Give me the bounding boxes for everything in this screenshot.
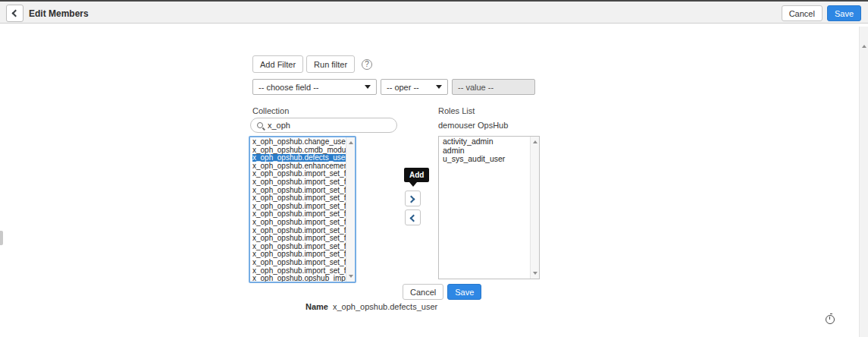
list-item-label: u_sys_audit_user bbox=[443, 155, 505, 163]
list-item[interactable]: x_oph_opshub.import_set_for_p bbox=[252, 227, 346, 235]
clock-icon[interactable] bbox=[826, 315, 835, 324]
value-input[interactable]: -- value -- bbox=[452, 79, 535, 95]
list-item-label: x_oph_opshub.import_set_for_fr bbox=[252, 203, 346, 210]
list-item[interactable]: x_oph_opshub.cmdb_module_us bbox=[252, 146, 346, 155]
back-button[interactable] bbox=[6, 5, 24, 22]
list-item-label: x_oph_opshub.import_set_for_s bbox=[252, 250, 346, 258]
list-item[interactable]: admin bbox=[441, 146, 530, 156]
list-item[interactable]: x_oph_opshub.change_user bbox=[252, 138, 346, 146]
help-circle-icon[interactable]: ? bbox=[362, 59, 372, 70]
list-item-label: x_oph_opshub.import_set_for_p bbox=[252, 219, 346, 226]
list-item-label: x_oph_opshub.defects_user bbox=[252, 154, 346, 162]
search-icon bbox=[257, 122, 263, 128]
scroll-down-icon[interactable] bbox=[533, 272, 537, 275]
scroll-up-icon[interactable] bbox=[349, 141, 353, 144]
list-item[interactable]: x_oph_opshub.import_set_for_fr bbox=[252, 203, 346, 211]
list-item[interactable]: x_oph_opshub.import_set_for_cr bbox=[252, 170, 346, 178]
scroll-up-icon[interactable] bbox=[533, 140, 537, 143]
page-title: Edit Members bbox=[29, 8, 89, 19]
name-row: Namex_oph_opshub.defects_user bbox=[306, 302, 437, 311]
collection-search-input[interactable]: x_oph bbox=[250, 118, 397, 133]
caret-down-icon bbox=[436, 85, 442, 89]
roles-listbox[interactable]: activity_admin admin u_sys_audit_user bbox=[438, 136, 540, 279]
collection-list-scrollbar[interactable] bbox=[346, 137, 355, 282]
list-item-label: x_oph_opshub.import_set_for_e bbox=[252, 194, 346, 202]
header-cancel-button[interactable]: Cancel bbox=[782, 5, 823, 21]
field-select-value: -- choose field -- bbox=[259, 83, 318, 92]
footer-save-button[interactable]: Save bbox=[447, 284, 481, 300]
roles-subtitle: demouser OpsHub bbox=[438, 121, 508, 130]
list-item[interactable]: x_oph_opshub.import_set_for_de bbox=[252, 178, 346, 187]
collection-search-value: x_oph bbox=[268, 121, 290, 130]
list-item[interactable]: x_oph_opshub.import_set_for_p bbox=[252, 235, 346, 243]
list-item-label: x_oph_opshub.import_set_for_p bbox=[252, 235, 346, 242]
value-input-text: -- value -- bbox=[458, 83, 494, 92]
list-item[interactable]: x_oph_opshub.import_set_for_p bbox=[252, 210, 346, 219]
collection-listbox[interactable]: x_oph_opshub.change_user x_oph_opshub.cm… bbox=[249, 136, 356, 283]
roles-list-rows: activity_admin admin u_sys_audit_user bbox=[439, 137, 530, 279]
name-value: x_oph_opshub.defects_user bbox=[333, 302, 437, 311]
list-item-label: x_oph_opshub.cmdb_module_us bbox=[252, 146, 346, 154]
list-item[interactable]: u_sys_audit_user bbox=[441, 155, 530, 164]
list-item-label: activity_admin bbox=[443, 137, 494, 146]
filter-toolbar: Add Filter Run filter ? bbox=[252, 55, 372, 73]
caret-down-icon bbox=[365, 85, 371, 89]
list-item-label: x_oph_opshub.import_set_for_de bbox=[252, 178, 346, 186]
list-item-label: x_oph_opshub.import_set_for_e bbox=[252, 187, 346, 194]
field-select[interactable]: -- choose field -- bbox=[252, 79, 377, 95]
scroll-up-icon[interactable] bbox=[862, 45, 866, 48]
page-scrollbar[interactable] bbox=[859, 27, 868, 337]
list-item[interactable]: x_oph_opshub.import_set_for_e bbox=[252, 187, 346, 195]
list-item[interactable]: x_oph_opshub.import_set_for_e bbox=[252, 194, 346, 203]
add-role-button[interactable] bbox=[405, 191, 421, 206]
add-tooltip: Add bbox=[404, 168, 429, 182]
list-item-label: x_oph_opshub.opshub_import_s bbox=[252, 275, 346, 282]
list-item-label: x_oph_opshub.enhancements_u bbox=[252, 162, 346, 170]
list-item[interactable]: x_oph_opshub.import_set_for_s bbox=[252, 250, 346, 259]
list-item[interactable]: x_oph_opshub.import_set_for_te bbox=[252, 267, 346, 276]
collection-list-rows: x_oph_opshub.change_user x_oph_opshub.cm… bbox=[250, 138, 346, 282]
filter-condition-row: -- choose field -- -- oper -- -- value -… bbox=[252, 79, 535, 95]
list-item[interactable]: x_oph_opshub.import_set_for_p bbox=[252, 243, 346, 251]
roles-list-label: Roles List bbox=[438, 106, 475, 115]
scroll-down-icon[interactable] bbox=[349, 275, 353, 278]
header-actions: Cancel Save bbox=[782, 5, 861, 21]
chevron-right-icon bbox=[408, 196, 415, 203]
operator-select[interactable]: -- oper -- bbox=[381, 79, 448, 95]
operator-select-value: -- oper -- bbox=[387, 83, 419, 92]
list-item[interactable]: x_oph_opshub.import_set_for_p bbox=[252, 219, 346, 227]
list-item-label: admin bbox=[443, 146, 465, 155]
chevron-left-icon bbox=[410, 215, 418, 222]
run-filter-button[interactable]: Run filter bbox=[306, 55, 355, 73]
chevron-left-icon bbox=[12, 10, 20, 17]
list-item-label: x_oph_opshub.import_set_for_st bbox=[252, 259, 346, 266]
list-item-label: x_oph_opshub.change_user bbox=[252, 138, 346, 146]
list-item[interactable]: x_oph_opshub.enhancements_u bbox=[252, 162, 346, 171]
list-item[interactable]: activity_admin bbox=[441, 137, 530, 146]
header-save-button[interactable]: Save bbox=[827, 5, 861, 21]
list-item-label: x_oph_opshub.import_set_for_te bbox=[252, 267, 346, 275]
list-item-label: x_oph_opshub.import_set_for_cr bbox=[252, 170, 346, 178]
list-item[interactable]: x_oph_opshub.opshub_import_s bbox=[252, 275, 346, 282]
name-label: Name bbox=[306, 302, 328, 311]
roles-list-scrollbar[interactable] bbox=[530, 137, 539, 279]
add-filter-button[interactable]: Add Filter bbox=[252, 55, 303, 73]
list-item-label: x_oph_opshub.import_set_for_p bbox=[252, 243, 346, 250]
footer-actions: Cancel Save bbox=[403, 284, 481, 300]
list-item-selected[interactable]: x_oph_opshub.defects_user bbox=[252, 154, 346, 162]
footer-cancel-button[interactable]: Cancel bbox=[403, 284, 443, 300]
list-item-label: x_oph_opshub.import_set_for_p bbox=[252, 227, 346, 235]
collection-label: Collection bbox=[252, 106, 289, 115]
edit-members-page: Edit Members Cancel Save Add Filter Run … bbox=[0, 0, 868, 337]
remove-role-button[interactable] bbox=[405, 209, 421, 225]
list-item-label: x_oph_opshub.import_set_for_p bbox=[252, 210, 346, 218]
header-bar: Edit Members Cancel Save bbox=[0, 0, 868, 24]
panel-collapse-handle[interactable] bbox=[0, 231, 3, 245]
list-item[interactable]: x_oph_opshub.import_set_for_st bbox=[252, 259, 346, 267]
